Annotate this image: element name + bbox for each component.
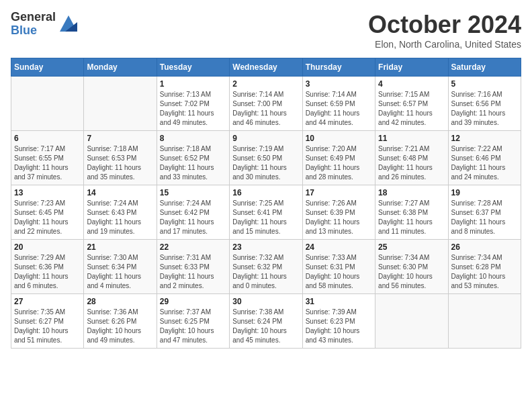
calendar-cell: 25Sunrise: 7:34 AMSunset: 6:30 PMDayligh…	[375, 240, 448, 294]
day-number: 18	[378, 188, 445, 197]
day-info: Sunrise: 7:26 AMSunset: 6:39 PMDaylight:…	[306, 199, 372, 236]
calendar-week-4: 20Sunrise: 7:29 AMSunset: 6:36 PMDayligh…	[11, 240, 521, 294]
day-number: 29	[160, 297, 226, 306]
weekday-header-sunday: Sunday	[11, 58, 84, 77]
day-info: Sunrise: 7:14 AMSunset: 7:00 PMDaylight:…	[232, 90, 299, 128]
calendar-cell: 1Sunrise: 7:13 AMSunset: 7:02 PMDaylight…	[157, 77, 229, 131]
calendar-cell: 2Sunrise: 7:14 AMSunset: 7:00 PMDaylight…	[230, 77, 302, 131]
weekday-header-monday: Monday	[84, 58, 157, 77]
day-info: Sunrise: 7:18 AMSunset: 6:52 PMDaylight:…	[160, 144, 226, 182]
logo: General Blue	[11, 11, 79, 38]
calendar-cell: 31Sunrise: 7:39 AMSunset: 6:23 PMDayligh…	[302, 294, 375, 349]
calendar-cell: 22Sunrise: 7:31 AMSunset: 6:33 PMDayligh…	[157, 240, 229, 294]
calendar-cell: 28Sunrise: 7:36 AMSunset: 6:26 PMDayligh…	[84, 294, 157, 349]
day-number: 6	[14, 134, 81, 143]
calendar-cell: 8Sunrise: 7:18 AMSunset: 6:52 PMDaylight…	[157, 131, 229, 185]
day-number: 11	[378, 134, 445, 143]
weekday-header-saturday: Saturday	[448, 58, 521, 77]
day-info: Sunrise: 7:34 AMSunset: 6:30 PMDaylight:…	[378, 253, 445, 291]
calendar-week-1: 1Sunrise: 7:13 AMSunset: 7:02 PMDaylight…	[11, 77, 521, 131]
calendar-cell: 10Sunrise: 7:20 AMSunset: 6:49 PMDayligh…	[302, 131, 375, 185]
calendar-cell: 23Sunrise: 7:32 AMSunset: 6:32 PMDayligh…	[230, 240, 302, 294]
calendar-cell: 27Sunrise: 7:35 AMSunset: 6:27 PMDayligh…	[11, 294, 84, 349]
day-info: Sunrise: 7:30 AMSunset: 6:34 PMDaylight:…	[87, 253, 153, 291]
calendar-table: SundayMondayTuesdayWednesdayThursdayFrid…	[11, 58, 521, 349]
day-info: Sunrise: 7:29 AMSunset: 6:36 PMDaylight:…	[14, 253, 81, 291]
day-number: 15	[160, 188, 226, 197]
calendar-cell: 3Sunrise: 7:14 AMSunset: 6:59 PMDaylight…	[302, 77, 375, 131]
calendar-cell	[11, 77, 84, 131]
weekday-header-tuesday: Tuesday	[157, 58, 229, 77]
calendar-cell: 5Sunrise: 7:16 AMSunset: 6:56 PMDaylight…	[448, 77, 521, 131]
day-info: Sunrise: 7:36 AMSunset: 6:26 PMDaylight:…	[87, 308, 153, 345]
day-info: Sunrise: 7:18 AMSunset: 6:53 PMDaylight:…	[87, 144, 153, 182]
day-info: Sunrise: 7:35 AMSunset: 6:27 PMDaylight:…	[14, 308, 81, 345]
day-info: Sunrise: 7:24 AMSunset: 6:43 PMDaylight:…	[87, 199, 153, 236]
day-number: 31	[306, 297, 372, 306]
location: Elon, North Carolina, United States	[368, 39, 521, 50]
day-number: 28	[87, 297, 153, 306]
day-number: 17	[306, 188, 372, 197]
weekday-header-friday: Friday	[375, 58, 448, 77]
day-number: 3	[306, 79, 372, 89]
weekday-header-wednesday: Wednesday	[230, 58, 302, 77]
day-info: Sunrise: 7:31 AMSunset: 6:33 PMDaylight:…	[160, 253, 226, 291]
day-info: Sunrise: 7:27 AMSunset: 6:38 PMDaylight:…	[378, 199, 445, 236]
day-number: 2	[232, 79, 299, 89]
day-number: 19	[451, 188, 518, 197]
day-number: 9	[232, 134, 299, 143]
day-number: 14	[87, 188, 153, 197]
calendar-week-3: 13Sunrise: 7:23 AMSunset: 6:45 PMDayligh…	[11, 185, 521, 240]
day-info: Sunrise: 7:19 AMSunset: 6:50 PMDaylight:…	[232, 144, 299, 182]
day-info: Sunrise: 7:37 AMSunset: 6:25 PMDaylight:…	[160, 308, 226, 345]
day-info: Sunrise: 7:34 AMSunset: 6:28 PMDaylight:…	[451, 253, 518, 291]
day-info: Sunrise: 7:32 AMSunset: 6:32 PMDaylight:…	[232, 253, 299, 291]
calendar-cell: 13Sunrise: 7:23 AMSunset: 6:45 PMDayligh…	[11, 185, 84, 240]
day-info: Sunrise: 7:23 AMSunset: 6:45 PMDaylight:…	[14, 199, 81, 236]
calendar-cell	[84, 77, 157, 131]
day-info: Sunrise: 7:22 AMSunset: 6:46 PMDaylight:…	[451, 144, 518, 182]
day-info: Sunrise: 7:28 AMSunset: 6:37 PMDaylight:…	[451, 199, 518, 236]
calendar-cell	[448, 294, 521, 349]
day-info: Sunrise: 7:15 AMSunset: 6:57 PMDaylight:…	[378, 90, 445, 128]
day-number: 12	[451, 134, 518, 143]
logo-icon	[58, 13, 79, 33]
day-number: 24	[306, 242, 372, 252]
day-info: Sunrise: 7:21 AMSunset: 6:48 PMDaylight:…	[378, 144, 445, 182]
calendar-cell: 4Sunrise: 7:15 AMSunset: 6:57 PMDaylight…	[375, 77, 448, 131]
weekday-header-thursday: Thursday	[302, 58, 375, 77]
calendar-cell: 9Sunrise: 7:19 AMSunset: 6:50 PMDaylight…	[230, 131, 302, 185]
day-info: Sunrise: 7:17 AMSunset: 6:55 PMDaylight:…	[14, 144, 81, 182]
day-number: 10	[306, 134, 372, 143]
day-number: 1	[160, 79, 226, 89]
calendar-cell: 30Sunrise: 7:38 AMSunset: 6:24 PMDayligh…	[230, 294, 302, 349]
day-number: 7	[87, 134, 153, 143]
day-number: 26	[451, 242, 518, 252]
day-number: 20	[14, 242, 81, 252]
day-number: 22	[160, 242, 226, 252]
month-title: October 2024	[368, 11, 521, 39]
calendar-cell: 6Sunrise: 7:17 AMSunset: 6:55 PMDaylight…	[11, 131, 84, 185]
day-number: 16	[232, 188, 299, 197]
weekday-header-row: SundayMondayTuesdayWednesdayThursdayFrid…	[11, 58, 521, 77]
day-number: 13	[14, 188, 81, 197]
day-number: 4	[378, 79, 445, 89]
day-number: 21	[87, 242, 153, 252]
calendar-week-5: 27Sunrise: 7:35 AMSunset: 6:27 PMDayligh…	[11, 294, 521, 349]
day-info: Sunrise: 7:20 AMSunset: 6:49 PMDaylight:…	[306, 144, 372, 182]
logo-blue: Blue	[11, 24, 56, 38]
calendar-cell: 20Sunrise: 7:29 AMSunset: 6:36 PMDayligh…	[11, 240, 84, 294]
calendar-cell: 16Sunrise: 7:25 AMSunset: 6:41 PMDayligh…	[230, 185, 302, 240]
calendar-cell: 21Sunrise: 7:30 AMSunset: 6:34 PMDayligh…	[84, 240, 157, 294]
day-info: Sunrise: 7:24 AMSunset: 6:42 PMDaylight:…	[160, 199, 226, 236]
calendar-cell: 26Sunrise: 7:34 AMSunset: 6:28 PMDayligh…	[448, 240, 521, 294]
calendar-cell: 14Sunrise: 7:24 AMSunset: 6:43 PMDayligh…	[84, 185, 157, 240]
calendar-cell: 12Sunrise: 7:22 AMSunset: 6:46 PMDayligh…	[448, 131, 521, 185]
calendar-cell: 18Sunrise: 7:27 AMSunset: 6:38 PMDayligh…	[375, 185, 448, 240]
calendar-cell: 19Sunrise: 7:28 AMSunset: 6:37 PMDayligh…	[448, 185, 521, 240]
day-number: 27	[14, 297, 81, 306]
calendar-week-2: 6Sunrise: 7:17 AMSunset: 6:55 PMDaylight…	[11, 131, 521, 185]
day-info: Sunrise: 7:13 AMSunset: 7:02 PMDaylight:…	[160, 90, 226, 128]
day-info: Sunrise: 7:14 AMSunset: 6:59 PMDaylight:…	[306, 90, 372, 128]
calendar-cell: 15Sunrise: 7:24 AMSunset: 6:42 PMDayligh…	[157, 185, 229, 240]
